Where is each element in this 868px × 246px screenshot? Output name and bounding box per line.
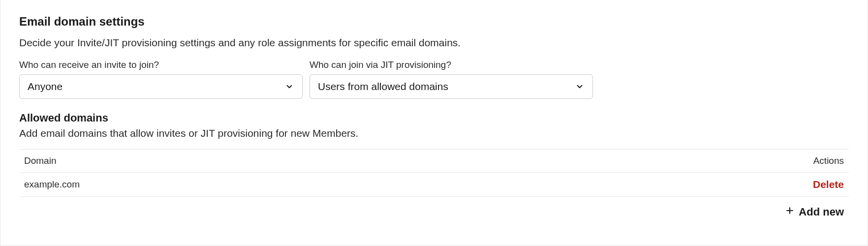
section-description: Decide your Invite/JIT provisioning sett… — [19, 35, 849, 50]
allowed-domains-description: Add email domains that allow invites or … — [19, 127, 849, 139]
dropdown-row: Who can receive an invite to join? Anyon… — [19, 60, 849, 99]
jit-dropdown-label: Who can join via JIT provisioning? — [310, 60, 593, 70]
allowed-domains-title: Allowed domains — [19, 112, 849, 124]
invite-dropdown[interactable]: Anyone — [19, 74, 303, 99]
email-domain-settings-panel: Email domain settings Decide your Invite… — [0, 0, 868, 246]
invite-dropdown-label: Who can receive an invite to join? — [19, 60, 303, 70]
invite-dropdown-value: Anyone — [28, 81, 62, 92]
th-domain: Domain — [24, 155, 56, 166]
table-header: Domain Actions — [19, 149, 849, 173]
jit-dropdown[interactable]: Users from allowed domains — [310, 74, 593, 99]
invite-dropdown-group: Who can receive an invite to join? Anyon… — [19, 60, 303, 99]
add-new-label: Add new — [799, 206, 844, 218]
chevron-down-icon — [284, 82, 294, 92]
add-new-button[interactable]: Add new — [785, 206, 844, 218]
delete-button[interactable]: Delete — [813, 179, 844, 190]
section-title: Email domain settings — [19, 15, 849, 29]
chevron-down-icon — [575, 82, 585, 92]
jit-dropdown-group: Who can join via JIT provisioning? Users… — [310, 60, 593, 99]
plus-icon — [785, 206, 795, 218]
th-actions: Actions — [813, 155, 844, 166]
table-row: example.com Delete — [19, 173, 849, 197]
add-new-row: Add new — [19, 197, 849, 218]
td-domain: example.com — [24, 179, 80, 190]
jit-dropdown-value: Users from allowed domains — [318, 81, 448, 92]
allowed-domains-table: Domain Actions example.com Delete — [19, 149, 849, 197]
